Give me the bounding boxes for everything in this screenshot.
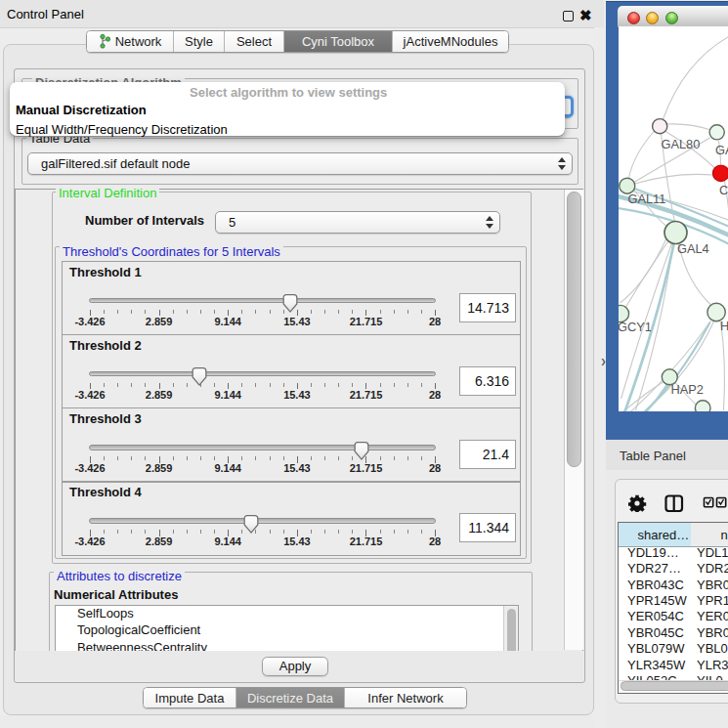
svg-text:GA: GA <box>715 143 728 157</box>
svg-text:GAL80: GAL80 <box>661 137 700 151</box>
svg-text:GCY1: GCY1 <box>619 320 652 334</box>
svg-text:C: C <box>719 183 728 197</box>
svg-text:GAL4: GAL4 <box>677 241 709 256</box>
svg-text:GAL11: GAL11 <box>627 192 665 206</box>
svg-text:H: H <box>720 319 728 333</box>
svg-text:HAP2: HAP2 <box>670 382 703 397</box>
